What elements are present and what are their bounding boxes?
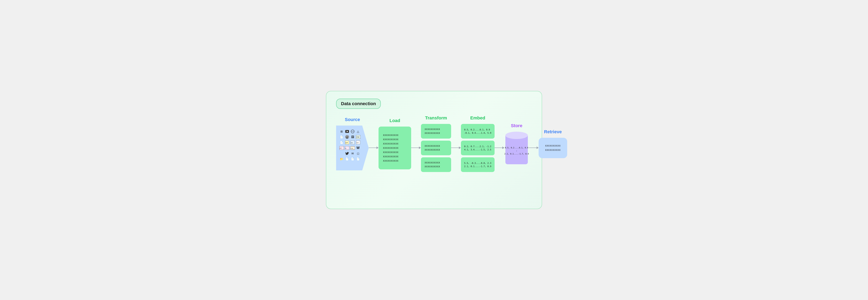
icon-doc1: 📄: [339, 135, 344, 139]
transform-label: Transform: [425, 115, 447, 121]
embed-2-line-2: 4.1, 3.4....-1.5, 2.5: [464, 148, 491, 151]
icon-doc6: 📄: [356, 157, 361, 161]
svg-text:M↓: M↓: [345, 147, 346, 149]
svg-text:HTML: HTML: [350, 148, 353, 149]
embed-box-2: 0.2, 0.7....2.1, -1.2 4.1, 3.4....-1.5, …: [461, 141, 495, 155]
embed-label: Embed: [470, 115, 485, 121]
load-row-1: XXXXXXXXXX: [383, 134, 407, 137]
load-row-4: XXXXXXXXXX: [383, 147, 407, 149]
load-row-5: XXXXXXXXXX: [383, 151, 407, 154]
stage-transform: Transform XXXXXXXXXX XXXXXXXXXX XXXXXXXX…: [421, 115, 451, 172]
svg-text:ZIP: ZIP: [345, 142, 348, 144]
icon-github: [345, 135, 349, 139]
icon-wikipedia: W: [356, 146, 361, 150]
stage-store: Store 0.5, 0.2....0.1, 0.9 : 2.1, 0.1...…: [504, 123, 529, 164]
transform-box-2: XXXXXXXXXX XXXXXXXXXX: [421, 141, 451, 155]
arrow-embed-store: [495, 146, 504, 149]
embed-3-line-1: 5.5, -0.3....0.8, 2.3: [464, 162, 491, 164]
cylinder-top: [505, 132, 528, 139]
icon-empty2: [339, 162, 344, 167]
transform-2-row-1: XXXXXXXXXX: [425, 145, 447, 147]
store-cylinder: 0.5, 0.2....0.1, 0.9 : 2.1, 0.1....-1.7,…: [504, 132, 529, 164]
stage-source: Source ⊞ △ 📄 🖼: [336, 117, 369, 170]
embed-3-line-2: 2.1, 0.1....-1.7, 0.9: [464, 165, 491, 168]
arrow-store-retrieve: [529, 146, 538, 149]
main-diagram: Data connection Source ⊞ △ 📄: [326, 91, 542, 209]
icon-html: HTML: [350, 146, 355, 150]
icon-doc2: 📄: [339, 140, 344, 145]
arrow-line: [411, 147, 419, 148]
source-label: Source: [345, 117, 360, 122]
arrow-line: [495, 147, 502, 148]
svg-text:DOC: DOC: [351, 142, 353, 143]
load-label: Load: [390, 118, 400, 123]
embed-boxes: 0.5, 0.2....0.1, 0.9 -0.1, 0.4....1.4, 5…: [461, 124, 495, 172]
icon-doc4: 📄: [345, 157, 349, 161]
icon-txt: TXT: [356, 140, 361, 145]
source-icons-grid: ⊞ △ 📄 🖼 CSV: [339, 129, 364, 167]
arrow-load-transform: [411, 146, 421, 149]
svg-point-2: [351, 130, 354, 133]
pipeline: Source ⊞ △ 📄 🖼: [336, 115, 532, 172]
load-row-6: XXXXXXXXXX: [383, 155, 407, 158]
icon-image: 🖼: [350, 135, 355, 139]
icon-gdrive: △: [356, 129, 361, 134]
store-line-1: 0.5, 0.2....0.1, 0.9: [505, 146, 528, 149]
stage-retrieve: Retrieve XXXXXXXXXX XXXXXXXXXX: [538, 129, 567, 158]
arrow-head: [376, 146, 378, 149]
store-colon: :: [516, 149, 517, 152]
icon-empty: [339, 151, 344, 156]
embed-2-line-1: 0.2, 0.7....2.1, -1.2: [464, 145, 491, 147]
embed-1-line-2: -0.1, 0.4....1.4, 5.9: [464, 132, 491, 134]
arrow-head: [502, 146, 504, 149]
icon-email: ✉: [350, 151, 355, 156]
store-label: Store: [511, 123, 522, 128]
svg-text:PPT: PPT: [340, 147, 342, 149]
source-shape: ⊞ △ 📄 🖼 CSV: [336, 126, 369, 170]
stage-embed: Embed 0.5, 0.2....0.1, 0.9 -0.1, 0.4....…: [461, 115, 495, 172]
icon-csv: CSV: [356, 135, 361, 139]
svg-point-4: [353, 131, 353, 132]
transform-1-row-1: XXXXXXXXXX: [425, 128, 447, 131]
load-row-3: XXXXXXXXXX: [383, 142, 407, 145]
load-row-7: XXXXXXXXXX: [383, 160, 407, 162]
transform-1-row-2: XXXXXXXXXX: [425, 132, 447, 134]
arrow-line: [451, 147, 459, 148]
icon-ppt: PPT: [339, 146, 344, 150]
icon-twitter: [345, 151, 349, 156]
arrow-head: [419, 146, 421, 149]
icon-slack: ⊞: [339, 129, 344, 134]
transform-3-row-2: XXXXXXXXXX: [425, 165, 447, 168]
retrieve-box: XXXXXXXXXX XXXXXXXXXX: [538, 138, 567, 158]
icon-youtube: [345, 129, 349, 134]
transform-box-1: XXXXXXXXXX XXXXXXXXXX: [421, 124, 451, 139]
transform-box-3: XXXXXXXXXX XXXXXXXXXX: [421, 157, 451, 172]
embed-1-line-1: 0.5, 0.2....0.1, 0.9: [464, 128, 491, 131]
icon-discord: [350, 129, 355, 134]
retrieve-row-1: XXXXXXXXXX: [545, 144, 561, 147]
arrow-line: [369, 147, 376, 148]
svg-point-3: [351, 131, 352, 132]
cylinder-text: 0.5, 0.2....0.1, 0.9 : 2.1, 0.1....-1.7,…: [504, 146, 529, 156]
arrow-source-load: [369, 146, 378, 149]
transform-3-row-1: XXXXXXXXXX: [425, 161, 447, 164]
store-line-3: 2.1, 0.1....-1.7, 0.9: [504, 153, 529, 155]
arrow-line: [529, 147, 536, 148]
diagram-title: Data connection: [341, 101, 376, 106]
transform-boxes: XXXXXXXXXX XXXXXXXXXX XXXXXXXXXX XXXXXXX…: [421, 124, 451, 172]
embed-box-1: 0.5, 0.2....0.1, 0.9 -0.1, 0.4....1.4, 5…: [461, 124, 495, 139]
icon-zip: ZIP: [345, 140, 349, 145]
embed-box-3: 5.5, -0.3....0.8, 2.3 2.1, 0.1....-1.7, …: [461, 157, 495, 172]
arrow-transform-embed: [451, 146, 461, 149]
arrow-head: [536, 146, 538, 149]
stage-load: Load XXXXXXXXXX XXXXXXXXXX XXXXXXXXXX XX…: [378, 118, 411, 169]
load-box: XXXXXXXXXX XXXXXXXXXX XXXXXXXXXX XXXXXXX…: [378, 127, 411, 169]
title-badge: Data connection: [336, 99, 381, 109]
retrieve-label: Retrieve: [544, 129, 562, 134]
svg-text:CSV: CSV: [356, 136, 359, 138]
icon-doc3: DOC: [350, 140, 355, 145]
retrieve-row-2: XXXXXXXXXX: [545, 149, 561, 152]
icon-doc5: 📄: [350, 157, 355, 161]
transform-2-row-2: XXXXXXXXXX: [425, 148, 447, 151]
load-row-2: XXXXXXXXXX: [383, 138, 407, 141]
